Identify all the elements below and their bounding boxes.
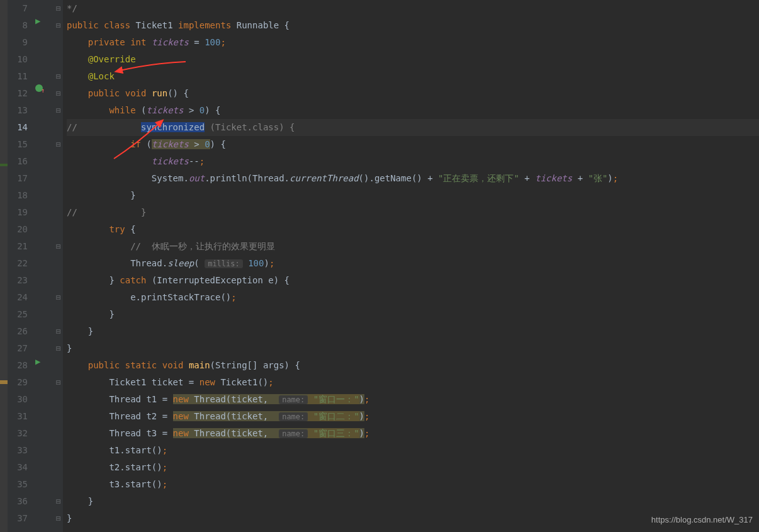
- kw-void: void: [125, 88, 152, 98]
- fn-sleep: sleep: [167, 258, 194, 268]
- line-number[interactable]: 20: [8, 221, 28, 238]
- fold-toggle[interactable]: ⊟: [54, 323, 63, 340]
- fold-toggle[interactable]: ⊟: [54, 0, 63, 17]
- fold-toggle: [54, 221, 63, 238]
- run-gutter-icon[interactable]: ▶: [35, 13, 45, 23]
- kw-new: new: [200, 377, 221, 387]
- line-number[interactable]: 35: [8, 476, 28, 493]
- fold-toggle[interactable]: ⊟: [54, 136, 63, 153]
- string-selling: "正在卖票，还剩下": [438, 173, 519, 183]
- line-number[interactable]: 8: [8, 17, 28, 34]
- fold-gutter: ⊟⊟⊟⊟⊟⊟⊟⊟⊟⊟⊟⊟⊟: [54, 0, 63, 532]
- fold-toggle: [54, 204, 63, 221]
- kw-public: public: [67, 20, 104, 30]
- line-number[interactable]: 17: [8, 170, 28, 187]
- fold-toggle[interactable]: ⊟: [54, 374, 63, 391]
- fold-toggle: [54, 306, 63, 323]
- run-gutter-icon[interactable]: ▶: [35, 353, 45, 363]
- annotation-override: @Override: [67, 54, 136, 64]
- fold-toggle[interactable]: ⊟: [54, 493, 63, 510]
- line-number[interactable]: 33: [8, 442, 28, 459]
- line-number[interactable]: 27: [8, 340, 28, 357]
- fold-toggle[interactable]: ⊟: [54, 289, 63, 306]
- semi: ;: [220, 37, 225, 47]
- line-number[interactable]: 18: [8, 187, 28, 204]
- line-number[interactable]: 28: [8, 357, 28, 374]
- line-number[interactable]: 30: [8, 391, 28, 408]
- line-number[interactable]: 15: [8, 136, 28, 153]
- error-stripe[interactable]: [0, 0, 8, 532]
- fold-toggle[interactable]: ⊟: [54, 17, 63, 34]
- paren-close: ): [359, 428, 364, 438]
- getname: ().getName() +: [359, 173, 438, 183]
- fn-currentThread: currentThread: [290, 173, 359, 183]
- num-0: 0: [205, 139, 210, 149]
- line-number[interactable]: 24: [8, 289, 28, 306]
- line-number[interactable]: 12: [8, 85, 28, 102]
- fold-toggle: [54, 391, 63, 408]
- field-tickets: tickets: [152, 139, 194, 149]
- line-number[interactable]: 36: [8, 493, 28, 510]
- line-number[interactable]: 38: [8, 527, 28, 532]
- indent: [67, 156, 152, 166]
- paren-close: ): [264, 258, 269, 268]
- line-number[interactable]: 16: [8, 153, 28, 170]
- brace-close: }: [67, 275, 120, 285]
- println: .println(Thread.: [205, 173, 290, 183]
- num-100: 100: [205, 37, 220, 47]
- fold-toggle[interactable]: ⊟: [54, 510, 63, 527]
- override-gutter-icon[interactable]: [35, 81, 45, 91]
- stripe-mark[interactable]: [0, 164, 8, 166]
- thread: Thread.: [67, 258, 167, 268]
- ctor: Thread(ticket,: [194, 428, 279, 438]
- decl: Thread t1 =: [67, 394, 173, 404]
- stripe-mark-warn[interactable]: [0, 380, 8, 384]
- brace-open: {: [130, 224, 135, 234]
- line-number[interactable]: 32: [8, 425, 28, 442]
- semi: ;: [162, 445, 167, 455]
- decl: Thread t2 =: [67, 411, 173, 421]
- fold-toggle[interactable]: ⊟: [54, 85, 63, 102]
- semi: ;: [200, 156, 205, 166]
- brace-close: }: [67, 190, 136, 200]
- op-eq: =: [194, 37, 205, 47]
- line-number[interactable]: 11: [8, 68, 28, 85]
- line-number[interactable]: 9: [8, 34, 28, 51]
- line-number[interactable]: 7: [8, 0, 28, 17]
- line-number[interactable]: 23: [8, 272, 28, 289]
- fold-toggle[interactable]: ⊟: [54, 340, 63, 357]
- commented-code: (Ticket.class) {: [205, 122, 295, 132]
- code-editor: 7891011121314151617181920212223242526272…: [0, 0, 759, 532]
- num-100: 100: [243, 258, 264, 268]
- line-number[interactable]: 19: [8, 204, 28, 221]
- start: t1.start(): [67, 445, 162, 455]
- line-number[interactable]: 13: [8, 102, 28, 119]
- semi: ;: [364, 411, 369, 421]
- watermark: https://blog.csdn.net/W_317: [651, 511, 753, 528]
- sel-synchronized: synchronized: [141, 122, 205, 132]
- brace-close: }: [67, 343, 72, 353]
- line-number[interactable]: 14: [8, 119, 28, 136]
- line-number[interactable]: 10: [8, 51, 28, 68]
- fold-toggle[interactable]: ⊟: [54, 68, 63, 85]
- string-zhang: "张": [588, 173, 608, 183]
- fold-toggle: [54, 51, 63, 68]
- string-win1: "窗口一：": [308, 394, 359, 404]
- kw-new: new: [173, 394, 194, 404]
- line-number[interactable]: 21: [8, 238, 28, 255]
- fold-toggle: [54, 34, 63, 51]
- line-number[interactable]: 37: [8, 510, 28, 527]
- line-number[interactable]: 26: [8, 323, 28, 340]
- line-number[interactable]: 29: [8, 374, 28, 391]
- string-win3: "窗口三：": [308, 428, 359, 438]
- paren: (: [194, 258, 205, 268]
- kw-int: int: [130, 37, 152, 47]
- fold-toggle[interactable]: ⊟: [54, 238, 63, 255]
- line-number[interactable]: 31: [8, 408, 28, 425]
- fold-toggle[interactable]: ⊟: [54, 102, 63, 119]
- line-number[interactable]: 22: [8, 255, 28, 272]
- line-number[interactable]: 34: [8, 459, 28, 476]
- code-area[interactable]: */ public class Ticket1 implements Runna…: [63, 0, 759, 532]
- kw-new: new: [173, 411, 194, 421]
- line-number[interactable]: 25: [8, 306, 28, 323]
